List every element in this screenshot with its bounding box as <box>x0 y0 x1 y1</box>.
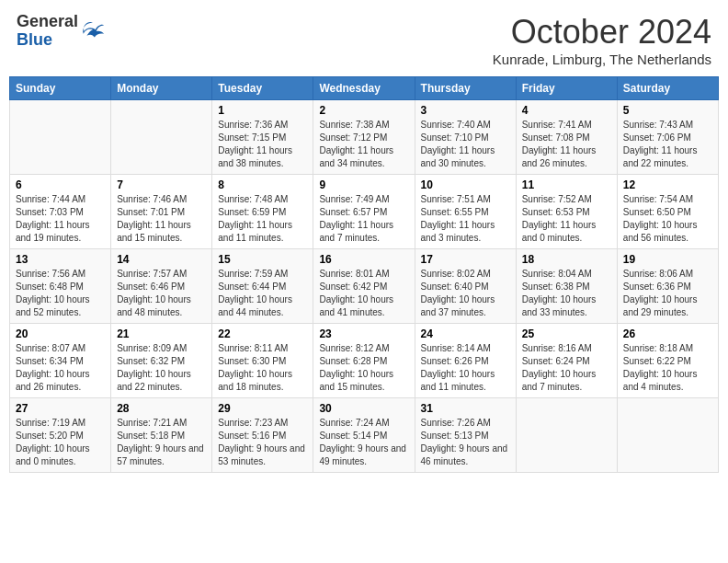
day-number: 10 <box>421 178 510 191</box>
day-number: 14 <box>117 253 206 266</box>
week-row-2: 6Sunrise: 7:44 AM Sunset: 7:03 PM Daylig… <box>10 175 719 249</box>
calendar-cell: 5Sunrise: 7:43 AM Sunset: 7:06 PM Daylig… <box>617 100 718 175</box>
day-info: Sunrise: 8:16 AM Sunset: 6:24 PM Dayligh… <box>522 342 611 394</box>
day-info: Sunrise: 8:07 AM Sunset: 6:34 PM Dayligh… <box>16 342 105 394</box>
day-number: 31 <box>421 402 510 415</box>
day-info: Sunrise: 7:43 AM Sunset: 7:06 PM Dayligh… <box>623 119 712 170</box>
calendar-cell: 14Sunrise: 7:57 AM Sunset: 6:46 PM Dayli… <box>111 249 212 324</box>
calendar-cell <box>617 398 718 473</box>
calendar-cell: 3Sunrise: 7:40 AM Sunset: 7:10 PM Daylig… <box>415 100 516 175</box>
day-number: 12 <box>623 178 712 191</box>
weekday-header-wednesday: Wednesday <box>313 77 415 100</box>
calendar-cell: 13Sunrise: 7:56 AM Sunset: 6:48 PM Dayli… <box>10 249 111 324</box>
calendar-cell: 30Sunrise: 7:24 AM Sunset: 5:14 PM Dayli… <box>313 398 415 473</box>
day-info: Sunrise: 8:12 AM Sunset: 6:28 PM Dayligh… <box>319 342 408 394</box>
logo-bird-icon <box>80 18 106 44</box>
day-info: Sunrise: 8:02 AM Sunset: 6:40 PM Dayligh… <box>421 268 510 319</box>
day-number: 3 <box>421 104 510 117</box>
day-info: Sunrise: 7:46 AM Sunset: 7:01 PM Dayligh… <box>117 193 206 245</box>
day-number: 8 <box>218 178 307 191</box>
day-info: Sunrise: 7:38 AM Sunset: 7:12 PM Dayligh… <box>319 119 408 170</box>
calendar-cell: 20Sunrise: 8:07 AM Sunset: 6:34 PM Dayli… <box>10 324 111 398</box>
day-number: 15 <box>218 253 307 266</box>
calendar-cell: 11Sunrise: 7:52 AM Sunset: 6:53 PM Dayli… <box>516 175 617 249</box>
day-number: 23 <box>319 327 408 340</box>
day-number: 25 <box>522 327 611 340</box>
day-info: Sunrise: 7:57 AM Sunset: 6:46 PM Dayligh… <box>117 268 206 319</box>
calendar-cell: 1Sunrise: 7:36 AM Sunset: 7:15 PM Daylig… <box>212 100 313 175</box>
weekday-header-friday: Friday <box>516 77 617 100</box>
weekday-header-thursday: Thursday <box>415 77 516 100</box>
weekday-header-sunday: Sunday <box>10 77 111 100</box>
day-number: 11 <box>522 178 611 191</box>
day-number: 2 <box>319 104 408 117</box>
day-info: Sunrise: 7:44 AM Sunset: 7:03 PM Dayligh… <box>16 193 105 245</box>
week-row-4: 20Sunrise: 8:07 AM Sunset: 6:34 PM Dayli… <box>10 324 719 398</box>
day-number: 13 <box>16 253 105 266</box>
day-info: Sunrise: 7:52 AM Sunset: 6:53 PM Dayligh… <box>522 193 611 245</box>
day-number: 26 <box>623 327 712 340</box>
day-info: Sunrise: 7:59 AM Sunset: 6:44 PM Dayligh… <box>218 268 307 319</box>
week-row-5: 27Sunrise: 7:19 AM Sunset: 5:20 PM Dayli… <box>10 398 719 473</box>
day-info: Sunrise: 7:56 AM Sunset: 6:48 PM Dayligh… <box>16 268 105 319</box>
day-info: Sunrise: 7:40 AM Sunset: 7:10 PM Dayligh… <box>421 119 510 170</box>
calendar-cell: 29Sunrise: 7:23 AM Sunset: 5:16 PM Dayli… <box>212 398 313 473</box>
day-info: Sunrise: 7:19 AM Sunset: 5:20 PM Dayligh… <box>16 417 105 468</box>
weekday-header-tuesday: Tuesday <box>212 77 313 100</box>
calendar-cell: 23Sunrise: 8:12 AM Sunset: 6:28 PM Dayli… <box>313 324 415 398</box>
day-number: 17 <box>421 253 510 266</box>
day-number: 5 <box>623 104 712 117</box>
calendar-cell <box>10 100 111 175</box>
day-number: 1 <box>218 104 307 117</box>
calendar-cell: 16Sunrise: 8:01 AM Sunset: 6:42 PM Dayli… <box>313 249 415 324</box>
day-info: Sunrise: 8:06 AM Sunset: 6:36 PM Dayligh… <box>623 268 712 319</box>
day-info: Sunrise: 7:48 AM Sunset: 6:59 PM Dayligh… <box>218 193 307 245</box>
weekday-header-monday: Monday <box>111 77 212 100</box>
calendar-cell: 28Sunrise: 7:21 AM Sunset: 5:18 PM Dayli… <box>111 398 212 473</box>
calendar-cell: 18Sunrise: 8:04 AM Sunset: 6:38 PM Dayli… <box>516 249 617 324</box>
calendar-cell <box>111 100 212 175</box>
day-number: 29 <box>218 402 307 415</box>
day-number: 22 <box>218 327 307 340</box>
calendar-cell: 27Sunrise: 7:19 AM Sunset: 5:20 PM Dayli… <box>10 398 111 473</box>
calendar-cell: 17Sunrise: 8:02 AM Sunset: 6:40 PM Dayli… <box>415 249 516 324</box>
calendar-cell <box>516 398 617 473</box>
day-number: 9 <box>319 178 408 191</box>
title-block: October 2024 Kunrade, Limburg, The Nethe… <box>493 13 711 67</box>
calendar-cell: 26Sunrise: 8:18 AM Sunset: 6:22 PM Dayli… <box>617 324 718 398</box>
day-info: Sunrise: 8:04 AM Sunset: 6:38 PM Dayligh… <box>522 268 611 319</box>
day-info: Sunrise: 7:23 AM Sunset: 5:16 PM Dayligh… <box>218 417 307 468</box>
day-number: 24 <box>421 327 510 340</box>
calendar-cell: 24Sunrise: 8:14 AM Sunset: 6:26 PM Dayli… <box>415 324 516 398</box>
day-number: 7 <box>117 178 206 191</box>
day-info: Sunrise: 8:09 AM Sunset: 6:32 PM Dayligh… <box>117 342 206 394</box>
day-info: Sunrise: 7:51 AM Sunset: 6:55 PM Dayligh… <box>421 193 510 245</box>
calendar-cell: 21Sunrise: 8:09 AM Sunset: 6:32 PM Dayli… <box>111 324 212 398</box>
calendar-cell: 31Sunrise: 7:26 AM Sunset: 5:13 PM Dayli… <box>415 398 516 473</box>
day-number: 19 <box>623 253 712 266</box>
day-number: 6 <box>16 178 105 191</box>
location: Kunrade, Limburg, The Netherlands <box>493 52 711 67</box>
calendar-cell: 22Sunrise: 8:11 AM Sunset: 6:30 PM Dayli… <box>212 324 313 398</box>
calendar-cell: 15Sunrise: 7:59 AM Sunset: 6:44 PM Dayli… <box>212 249 313 324</box>
week-row-1: 1Sunrise: 7:36 AM Sunset: 7:15 PM Daylig… <box>10 100 719 175</box>
calendar-cell: 7Sunrise: 7:46 AM Sunset: 7:01 PM Daylig… <box>111 175 212 249</box>
day-info: Sunrise: 7:49 AM Sunset: 6:57 PM Dayligh… <box>319 193 408 245</box>
day-info: Sunrise: 7:26 AM Sunset: 5:13 PM Dayligh… <box>421 417 510 468</box>
calendar-cell: 6Sunrise: 7:44 AM Sunset: 7:03 PM Daylig… <box>10 175 111 249</box>
calendar-cell: 12Sunrise: 7:54 AM Sunset: 6:50 PM Dayli… <box>617 175 718 249</box>
logo: General Blue <box>17 13 106 50</box>
day-info: Sunrise: 7:54 AM Sunset: 6:50 PM Dayligh… <box>623 193 712 245</box>
day-number: 4 <box>522 104 611 117</box>
month-title: October 2024 <box>493 13 711 52</box>
day-number: 20 <box>16 327 105 340</box>
calendar-table: SundayMondayTuesdayWednesdayThursdayFrid… <box>9 76 719 473</box>
day-info: Sunrise: 7:21 AM Sunset: 5:18 PM Dayligh… <box>117 417 206 468</box>
weekday-header-saturday: Saturday <box>617 77 718 100</box>
calendar-cell: 8Sunrise: 7:48 AM Sunset: 6:59 PM Daylig… <box>212 175 313 249</box>
calendar-cell: 19Sunrise: 8:06 AM Sunset: 6:36 PM Dayli… <box>617 249 718 324</box>
day-info: Sunrise: 8:01 AM Sunset: 6:42 PM Dayligh… <box>319 268 408 319</box>
day-info: Sunrise: 8:14 AM Sunset: 6:26 PM Dayligh… <box>421 342 510 394</box>
day-info: Sunrise: 7:24 AM Sunset: 5:14 PM Dayligh… <box>319 417 408 468</box>
day-number: 28 <box>117 402 206 415</box>
